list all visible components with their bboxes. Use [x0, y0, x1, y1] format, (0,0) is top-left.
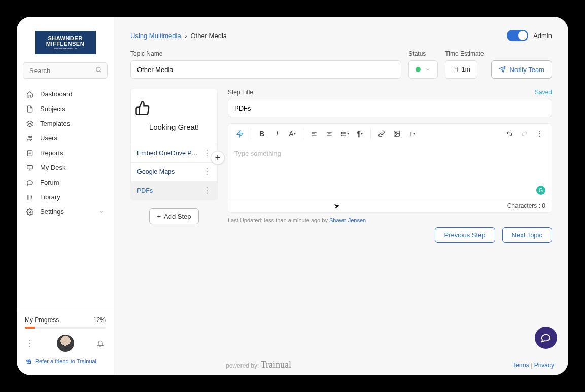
svg-line-14: [31, 195, 32, 199]
editor-placeholder: Type something: [234, 150, 281, 157]
privacy-link[interactable]: Privacy: [534, 362, 554, 369]
status-select[interactable]: [408, 60, 438, 79]
more-vertical-icon[interactable]: ⋮: [26, 339, 34, 348]
last-updated: Last Updated: less than a minute ago by …: [228, 217, 552, 223]
breadcrumb-parent[interactable]: Using Multimedia: [130, 32, 181, 40]
step-item-onedrive[interactable]: Embed OneDrive P… ⋮: [131, 144, 217, 162]
smart-icon[interactable]: [233, 127, 247, 140]
avatar[interactable]: [57, 335, 74, 352]
search-input[interactable]: [23, 62, 108, 79]
svg-point-4: [30, 136, 32, 138]
nav-dashboard[interactable]: Dashboard: [17, 87, 114, 101]
layers-icon: [26, 120, 34, 127]
plus-icon: +: [157, 212, 161, 220]
paragraph-icon[interactable]: ¶▾: [353, 127, 366, 140]
nav-label: Forum: [40, 179, 59, 186]
nav-templates[interactable]: Templates: [17, 116, 114, 131]
nav-mydesk[interactable]: My Desk: [17, 160, 114, 175]
nav-subjects[interactable]: Subjects: [17, 101, 114, 116]
notify-team-button[interactable]: Notify Team: [491, 60, 552, 79]
users-icon: [26, 135, 34, 142]
svg-point-29: [341, 133, 341, 134]
image-icon[interactable]: [390, 127, 403, 140]
home-icon: [26, 91, 34, 98]
nav-label: Library: [40, 193, 60, 201]
step-item-pdfs[interactable]: PDFs ⋮: [131, 181, 217, 200]
brand-name: Trainual: [261, 360, 291, 370]
nav-label: Reports: [40, 149, 63, 157]
svg-point-15: [29, 211, 31, 213]
progress-block: My Progress 12%: [17, 311, 114, 329]
saved-indicator: Saved: [535, 89, 552, 96]
nav-label: Templates: [40, 120, 70, 127]
bell-icon[interactable]: [96, 339, 105, 347]
svg-point-35: [395, 132, 396, 133]
logo-line2: MIFFLENSEN: [46, 41, 84, 47]
insert-icon[interactable]: +▾: [405, 127, 419, 140]
mouse-cursor-icon: ➤: [333, 201, 341, 210]
breadcrumb-current: Other Media: [191, 32, 227, 40]
document-icon: [26, 105, 34, 113]
bold-icon[interactable]: B: [255, 127, 268, 140]
redo-icon[interactable]: [518, 127, 531, 140]
refer-link[interactable]: Refer a friend to Trainual: [17, 356, 114, 369]
nav-reports[interactable]: Reports: [17, 146, 114, 160]
link-icon[interactable]: [375, 127, 388, 140]
char-count-row: Characters : 0: [228, 199, 552, 213]
nav-label: Settings: [40, 208, 64, 216]
pitch-block: Looking Great!: [131, 89, 217, 144]
undo-icon[interactable]: [503, 127, 516, 140]
nav-settings[interactable]: Settings: [17, 204, 114, 219]
status-label: Status: [408, 50, 438, 57]
more-vertical-icon[interactable]: ⋮: [203, 187, 211, 195]
add-fab[interactable]: +: [211, 151, 225, 165]
step-title-input[interactable]: [228, 99, 552, 117]
svg-point-3: [28, 136, 30, 138]
align-center-icon[interactable]: [323, 127, 336, 140]
search-icon: [95, 66, 102, 74]
nav-label: Subjects: [40, 105, 65, 113]
next-topic-button[interactable]: Next Topic: [502, 227, 552, 243]
steps-card: Looking Great! Embed OneDrive P… ⋮ Googl…: [130, 89, 218, 200]
monitor-icon: [26, 164, 34, 171]
profile-row: ⋮: [17, 329, 114, 356]
step-item-google-maps[interactable]: Google Maps ⋮: [131, 162, 217, 181]
footer-links: Terms | Privacy: [512, 362, 554, 369]
admin-toggle-switch[interactable]: [507, 30, 528, 41]
editor-body[interactable]: Type something G: [228, 144, 552, 199]
chat-icon: [26, 179, 34, 186]
svg-rect-8: [27, 165, 33, 169]
meta-row: Topic Name Status Time Estimate 1m: [130, 50, 552, 79]
more-vertical-icon[interactable]: ⋮: [203, 149, 211, 157]
svg-point-30: [341, 135, 341, 135]
nav-library[interactable]: Library: [17, 190, 114, 204]
font-icon[interactable]: A▾: [286, 127, 299, 140]
more-vertical-icon[interactable]: ⋮: [203, 168, 211, 176]
chat-fab[interactable]: [535, 327, 557, 349]
thumbs-up-icon: [135, 100, 213, 116]
progress-value: 12%: [93, 316, 106, 324]
add-step-button[interactable]: + Add Step: [149, 208, 198, 224]
gift-icon: [26, 358, 32, 364]
library-icon: [26, 194, 34, 201]
grammarly-icon[interactable]: G: [536, 186, 545, 195]
steps-column: Looking Great! Embed OneDrive P… ⋮ Googl…: [130, 89, 218, 224]
nav: Dashboard Subjects Templates Users Repor…: [17, 85, 114, 221]
italic-icon[interactable]: I: [270, 127, 284, 140]
report-icon: [26, 150, 34, 157]
admin-toggle: Admin: [507, 30, 552, 41]
nav-forum[interactable]: Forum: [17, 175, 114, 190]
topic-name-input[interactable]: [130, 60, 401, 79]
list-icon[interactable]: ▾: [338, 127, 351, 140]
last-updated-user[interactable]: Shawn Jensen: [329, 217, 366, 223]
terms-link[interactable]: Terms: [512, 362, 529, 369]
more-vertical-icon[interactable]: ⋮: [533, 127, 546, 140]
previous-step-button[interactable]: Previous Step: [435, 227, 495, 243]
nav-users[interactable]: Users: [17, 131, 114, 146]
editor-toolbar: B I A▾ ▾ ¶▾ +▾ ⋮: [228, 123, 552, 144]
align-left-icon[interactable]: [307, 127, 321, 140]
step-label: Google Maps: [137, 168, 175, 175]
svg-point-28: [341, 132, 341, 132]
time-estimate-box[interactable]: 1m: [445, 60, 477, 79]
nav-buttons: Previous Step Next Topic: [228, 227, 552, 243]
